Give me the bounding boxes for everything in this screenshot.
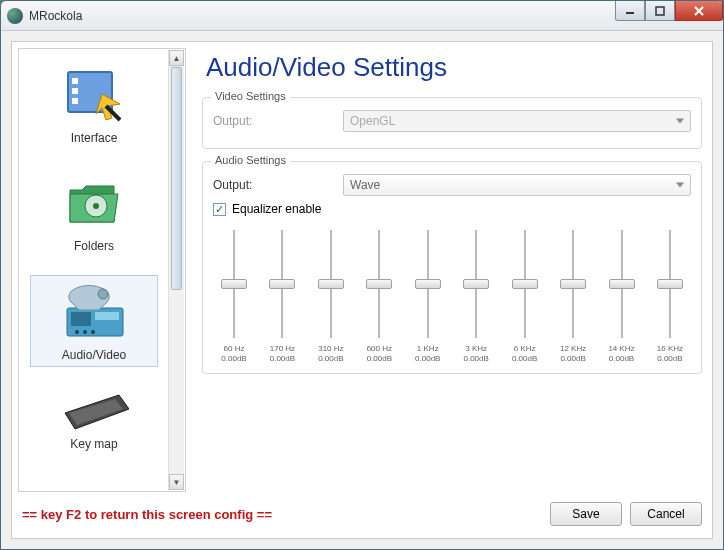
eq-freq-label: 600 Hz (367, 344, 392, 354)
footer: == key F2 to return this screen config =… (22, 500, 702, 528)
sidebar: Interface Folders Audio/Video (18, 48, 186, 492)
eq-freq-label: 1 KHz (417, 344, 439, 354)
sidebar-item-folders[interactable]: Folders (30, 167, 158, 257)
eq-freq-label: 14 KHz (608, 344, 634, 354)
eq-slider[interactable] (222, 230, 246, 338)
eq-band: 6 KHz0.00dB (506, 230, 544, 363)
minimize-button[interactable] (615, 1, 645, 21)
eq-band: 14 KHz0.00dB (603, 230, 641, 363)
slider-thumb[interactable] (512, 279, 538, 289)
video-output-select: OpenGL (343, 110, 691, 132)
eq-slider[interactable] (270, 230, 294, 338)
sidebar-item-audio-video[interactable]: Audio/Video (30, 275, 158, 367)
eq-slider[interactable] (367, 230, 391, 338)
maximize-button[interactable] (645, 1, 675, 21)
interface-icon (59, 63, 129, 127)
eq-gain-label: 0.00dB (270, 354, 295, 364)
eq-band: 60 Hz0.00dB (215, 230, 253, 363)
audio-output-select[interactable]: Wave (343, 174, 691, 196)
slider-thumb[interactable] (221, 279, 247, 289)
slider-thumb[interactable] (269, 279, 295, 289)
sidebar-item-interface[interactable]: Interface (30, 59, 158, 149)
group-title: Video Settings (211, 90, 290, 102)
eq-freq-label: 16 KHz (657, 344, 683, 354)
main-panel: Audio/Video Settings Video Settings Outp… (202, 48, 702, 492)
eq-slider[interactable] (513, 230, 537, 338)
slider-thumb[interactable] (366, 279, 392, 289)
equalizer-checkbox-label: Equalizer enable (232, 202, 321, 216)
eq-freq-label: 60 Hz (224, 344, 245, 354)
eq-slider[interactable] (416, 230, 440, 338)
eq-band: 16 KHz0.00dB (651, 230, 689, 363)
slider-thumb[interactable] (415, 279, 441, 289)
scroll-down-icon[interactable]: ▼ (169, 474, 184, 490)
sidebar-item-label: Interface (30, 131, 158, 145)
eq-freq-label: 170 Hz (270, 344, 295, 354)
svg-rect-13 (71, 312, 91, 326)
eq-band: 1 KHz0.00dB (409, 230, 447, 363)
equalizer: 60 Hz0.00dB170 Hz0.00dB310 Hz0.00dB600 H… (213, 226, 691, 363)
slider-thumb[interactable] (318, 279, 344, 289)
eq-slider[interactable] (464, 230, 488, 338)
eq-gain-label: 0.00dB (560, 354, 585, 364)
video-settings-group: Video Settings Output: OpenGL (202, 97, 702, 149)
svg-point-16 (83, 330, 87, 334)
svg-rect-1 (656, 7, 664, 15)
eq-gain-label: 0.00dB (415, 354, 440, 364)
scroll-track[interactable] (169, 67, 184, 473)
eq-slider[interactable] (610, 230, 634, 338)
eq-gain-label: 0.00dB (367, 354, 392, 364)
eq-gain-label: 0.00dB (609, 354, 634, 364)
equalizer-checkbox[interactable] (213, 203, 226, 216)
eq-freq-label: 12 KHz (560, 344, 586, 354)
slider-thumb[interactable] (657, 279, 683, 289)
scroll-thumb[interactable] (171, 67, 182, 290)
sidebar-item-label: Folders (30, 239, 158, 253)
close-button[interactable] (675, 1, 723, 21)
app-icon (7, 8, 23, 24)
eq-slider[interactable] (561, 230, 585, 338)
save-button[interactable]: Save (550, 502, 622, 526)
eq-freq-label: 310 Hz (318, 344, 343, 354)
svg-rect-6 (72, 88, 78, 94)
content-area: Interface Folders Audio/Video (1, 31, 723, 549)
eq-gain-label: 0.00dB (512, 354, 537, 364)
svg-rect-7 (72, 98, 78, 104)
eq-band: 600 Hz0.00dB (360, 230, 398, 363)
svg-point-15 (75, 330, 79, 334)
eq-slider[interactable] (658, 230, 682, 338)
sidebar-item-keymap[interactable]: Key map (30, 385, 158, 455)
titlebar[interactable]: MRockola (1, 1, 723, 31)
eq-gain-label: 0.00dB (318, 354, 343, 364)
video-output-label: Output: (213, 114, 343, 128)
sidebar-scrollbar[interactable]: ▲ ▼ (168, 50, 184, 490)
audio-video-icon (59, 280, 129, 344)
eq-band: 310 Hz0.00dB (312, 230, 350, 363)
sidebar-list: Interface Folders Audio/Video (21, 51, 167, 489)
eq-freq-label: 3 KHz (465, 344, 487, 354)
audio-settings-group: Audio Settings Output: Wave Equalizer en… (202, 161, 702, 374)
page-title: Audio/Video Settings (206, 52, 702, 83)
group-title: Audio Settings (211, 154, 290, 166)
scroll-up-icon[interactable]: ▲ (169, 50, 184, 66)
eq-gain-label: 0.00dB (657, 354, 682, 364)
sidebar-item-label: Key map (30, 437, 158, 451)
svg-rect-14 (95, 312, 119, 320)
eq-slider[interactable] (319, 230, 343, 338)
cancel-button[interactable]: Cancel (630, 502, 702, 526)
eq-freq-label: 6 KHz (514, 344, 536, 354)
eq-band: 12 KHz0.00dB (554, 230, 592, 363)
svg-point-11 (93, 203, 99, 209)
eq-band: 170 Hz0.00dB (263, 230, 301, 363)
app-window: MRockola Interface (0, 0, 724, 550)
window-controls (615, 1, 723, 21)
equalizer-enable-row[interactable]: Equalizer enable (213, 202, 691, 216)
slider-thumb[interactable] (560, 279, 586, 289)
eq-gain-label: 0.00dB (464, 354, 489, 364)
inner-panel: Interface Folders Audio/Video (11, 41, 713, 539)
eq-band: 3 KHz0.00dB (457, 230, 495, 363)
slider-thumb[interactable] (609, 279, 635, 289)
eq-gain-label: 0.00dB (221, 354, 246, 364)
sidebar-item-label: Audio/Video (31, 348, 157, 362)
slider-thumb[interactable] (463, 279, 489, 289)
